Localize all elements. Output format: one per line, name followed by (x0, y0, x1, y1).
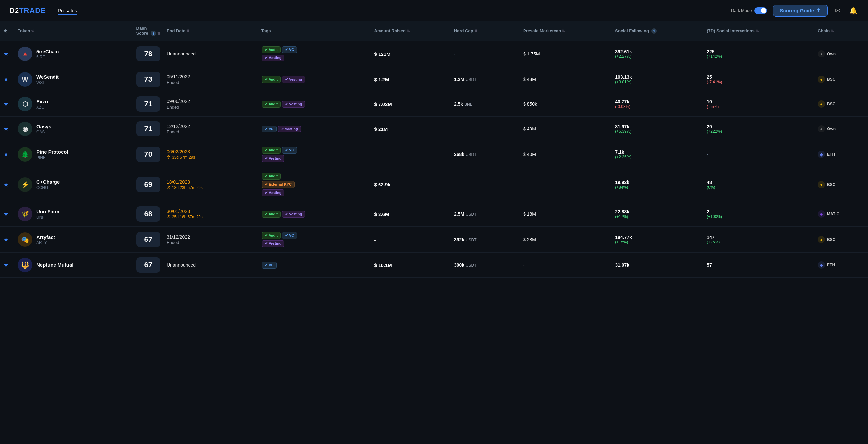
tags-cell-1: ✔ Audit✔ Vesting (258, 67, 371, 92)
presale-val-6: $ 18M (523, 211, 536, 217)
token-cell-5: ⚡ C+Charge CCHG (14, 168, 133, 202)
token-avatar-4: 🌲 (18, 147, 32, 161)
social7d-cell-2: 10 (-55%) (704, 92, 814, 117)
date-cell-2: 09/06/2022 Ended (167, 99, 254, 110)
col-amount-header[interactable]: Amount Raised (371, 21, 451, 41)
token-avatar-5: ⚡ (18, 177, 32, 192)
col-hardcap-header[interactable]: Hard Cap (451, 21, 520, 41)
table-row: ★ 🌾 Uno Farm UNF 68 30/01/2023 ⏱25d 16h … (0, 202, 868, 227)
hardcap-val-6: 2.5M USDT (454, 211, 517, 217)
amount-cell-4: - (371, 141, 451, 168)
col-presale-header[interactable]: Presale Marketcap (520, 21, 612, 41)
token-cell-0: 🔺 5ireChain 5IRE (14, 41, 133, 67)
chain-label-3: Own (827, 126, 836, 131)
fav-cell-0[interactable]: ★ (0, 41, 14, 67)
token-name-7: Artyfact (36, 234, 55, 240)
tags-cell-6: ✔ Audit✔ Vesting (258, 202, 371, 227)
social7d-change-5: (0%) (707, 185, 811, 189)
fav-cell-3[interactable]: ★ (0, 117, 14, 141)
dash-score-1: 73 (136, 72, 160, 87)
tag-vc-4: ✔ VC (282, 147, 297, 154)
presale-cell-7: $ 28M (520, 227, 612, 253)
dash-score-6: 68 (136, 206, 160, 222)
social-cell-0: 392.61k (+2.27%) (612, 41, 704, 67)
social-change-1: (+3.01%) (615, 80, 700, 84)
social-cell-4: 7.1k (+2.35%) (612, 141, 704, 168)
social7d-change-1: (-7.41%) (707, 80, 811, 84)
social7d-cell-0: 225 (+142%) (704, 41, 814, 67)
favorite-star-5[interactable]: ★ (3, 181, 8, 188)
date-main-7: 31/12/2022 (167, 234, 254, 239)
chain-label-2: BSC (827, 102, 835, 107)
col-chain-header[interactable]: Chain (814, 21, 868, 41)
chain-label-5: BSC (827, 182, 835, 187)
chain-icon-3: ▲ (818, 125, 825, 132)
col-token-header[interactable]: Token (14, 21, 133, 41)
fav-cell-7[interactable]: ★ (0, 227, 14, 253)
mail-icon-button[interactable]: ✉ (834, 5, 842, 16)
fav-cell-6[interactable]: ★ (0, 202, 14, 227)
social7d-change-6: (+100%) (707, 214, 811, 219)
score-sort-icon[interactable]: ⇅ (157, 31, 160, 35)
token-info-1: WeSendit WSI (36, 74, 59, 85)
dash-score-4: 70 (136, 147, 160, 162)
chain-icon-7: ● (818, 236, 825, 243)
presale-cell-3: $ 49M (520, 117, 612, 141)
token-info-6: Uno Farm UNF (36, 209, 59, 220)
fav-cell-2[interactable]: ★ (0, 92, 14, 117)
tag-vesting-6: ✔ Vesting (282, 211, 305, 218)
enddate-cell-6: 30/01/2023 ⏱25d 16h 57m 29s (163, 202, 258, 227)
favorite-star-3[interactable]: ★ (3, 125, 8, 132)
table-row: ★ ◉ Oasys OAS 71 12/12/2022 Ended ✔ VC✔ (0, 117, 868, 141)
social-val-2: 40.77k (615, 99, 700, 105)
token-info-7: Artyfact ARTY (36, 234, 55, 245)
fav-cell-1[interactable]: ★ (0, 67, 14, 92)
favorite-star-0[interactable]: ★ (3, 51, 8, 57)
col-enddate-header[interactable]: End Date (163, 21, 258, 41)
favorite-star-7[interactable]: ★ (3, 236, 8, 243)
scoring-guide-button[interactable]: Scoring Guide ⬆ (773, 5, 828, 17)
bell-icon-button[interactable]: 🔔 (848, 5, 859, 16)
amount-val-2: $ 7.02M (374, 101, 447, 107)
date-cell-1: 05/11/2022 Ended (167, 74, 254, 85)
nav-presales[interactable]: Presales (58, 8, 77, 14)
score-cell-8: 67 (133, 253, 163, 277)
amount-cell-0: $ 121M (371, 41, 451, 67)
chain-badge-3: ▲ Own (818, 125, 836, 132)
hardcap-val-7: 392k USDT (454, 237, 517, 242)
tag-vc-3: ✔ VC (261, 125, 276, 132)
favorite-star-2[interactable]: ★ (3, 101, 8, 107)
amount-val-8: $ 10.1M (374, 262, 447, 268)
tag-audit-0: ✔ Audit (261, 46, 281, 53)
chain-label-7: BSC (827, 237, 835, 242)
score-cell-2: 71 (133, 92, 163, 117)
date-ended-3: Ended (167, 129, 254, 135)
presales-table: ★ Token DashScore ℹ ⇅ End Date Tags Amou… (0, 21, 868, 277)
social7d-val-8: 57 (707, 262, 811, 268)
token-avatar-3: ◉ (18, 122, 32, 136)
social7d-change-3: (+222%) (707, 129, 811, 134)
dark-mode-toggle[interactable] (754, 7, 767, 14)
date-main-2: 09/06/2022 (167, 99, 254, 104)
social-cell-1: 103.13k (+3.01%) (612, 67, 704, 92)
tag-vesting-2: ✔ Vesting (282, 101, 305, 108)
social7d-cell-3: 29 (+222%) (704, 117, 814, 141)
chain-badge-5: ● BSC (818, 181, 835, 188)
favorite-star-1[interactable]: ★ (3, 76, 8, 83)
presale-cell-4: $ 40M (520, 141, 612, 168)
fav-cell-4[interactable]: ★ (0, 141, 14, 168)
tag-audit-7: ✔ Audit (261, 232, 281, 239)
presale-val-4: $ 40M (523, 152, 536, 157)
favorite-star-8[interactable]: ★ (3, 262, 8, 268)
favorite-star-4[interactable]: ★ (3, 151, 8, 157)
presale-cell-0: $ 1.75M (520, 41, 612, 67)
col-social7d-header[interactable]: (7D) Social Interactions (704, 21, 814, 41)
fav-cell-5[interactable]: ★ (0, 168, 14, 202)
social-info-icon[interactable]: ℹ (651, 28, 657, 34)
fav-cell-8[interactable]: ★ (0, 253, 14, 277)
social-change-6: (+17%) (615, 214, 700, 219)
tags-cell-4: ✔ Audit✔ VC✔ Vesting (258, 141, 371, 168)
tag-audit-4: ✔ Audit (261, 147, 281, 154)
favorite-star-6[interactable]: ★ (3, 211, 8, 217)
score-info-icon[interactable]: ℹ (151, 31, 156, 36)
